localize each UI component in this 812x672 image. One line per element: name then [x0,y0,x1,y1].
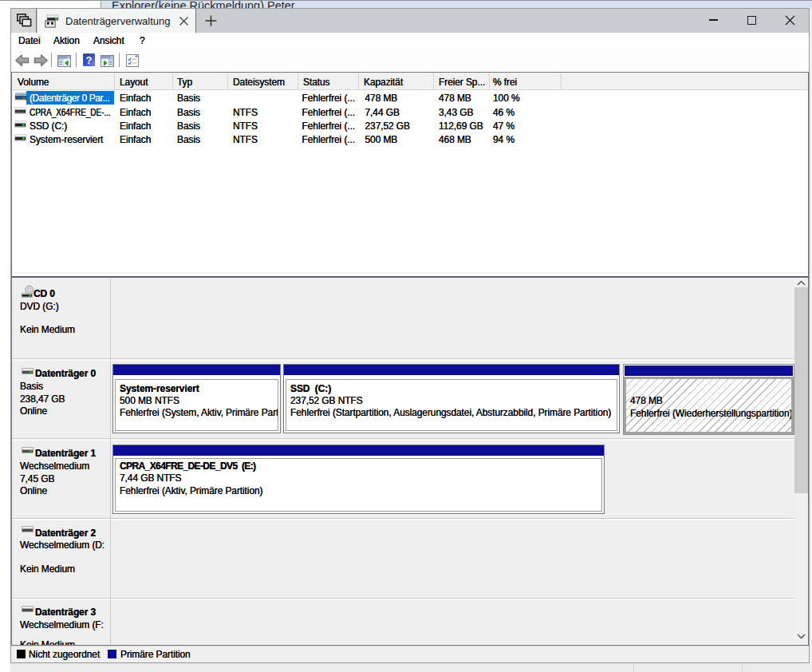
svg-text:?: ? [86,54,93,66]
